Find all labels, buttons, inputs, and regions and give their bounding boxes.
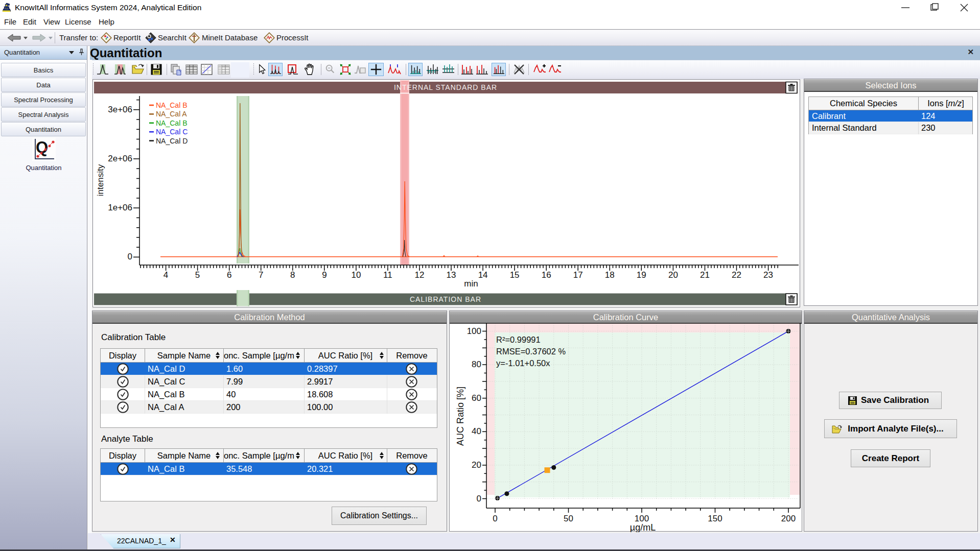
svg-text:CALIBRATION BAR: CALIBRATION BAR [410,295,481,303]
svg-text:14: 14 [478,270,488,280]
svg-text:3e+06: 3e+06 [108,105,132,114]
svg-text:50: 50 [564,514,573,523]
svg-text:13: 13 [447,270,456,280]
svg-text:min: min [464,279,478,289]
svg-text:0: 0 [477,494,481,504]
svg-text:23: 23 [763,270,773,280]
svg-text:INTERNAL STANDARD BAR: INTERNAL STANDARD BAR [394,83,497,91]
svg-text:18: 18 [605,270,615,280]
svg-text:8: 8 [290,270,295,280]
svg-text:150: 150 [708,514,722,523]
svg-text:6: 6 [227,270,231,280]
svg-text:NA_Cal B: NA_Cal B [156,101,187,109]
svg-text:9: 9 [322,270,326,280]
svg-text:100: 100 [467,326,481,336]
svg-text:µg/mL: µg/mL [630,522,656,532]
svg-text:2e+06: 2e+06 [108,154,132,163]
svg-text:200: 200 [781,514,796,523]
svg-text:5: 5 [195,270,200,280]
svg-text:22: 22 [732,270,741,280]
svg-text:0: 0 [493,514,497,523]
svg-text:NA_Cal C: NA_Cal C [156,128,188,136]
svg-text:NA_Cal A: NA_Cal A [156,110,187,118]
svg-text:1e+06: 1e+06 [108,203,132,212]
svg-text:7: 7 [259,270,263,280]
svg-text:0: 0 [128,252,132,261]
svg-text:16: 16 [542,270,551,280]
svg-text:12: 12 [415,270,425,280]
svg-text:19: 19 [637,270,646,280]
svg-text:4: 4 [164,270,168,280]
svg-text:17: 17 [573,270,583,280]
svg-text:R²=0.99991: R²=0.99991 [496,335,541,344]
svg-text:NA_Cal D: NA_Cal D [156,137,188,145]
svg-text:AUC Ratio [%]: AUC Ratio [%] [455,387,465,446]
svg-text:11: 11 [383,270,392,280]
svg-text:80: 80 [472,360,481,369]
svg-text:60: 60 [472,393,481,403]
svg-text:intensity: intensity [96,164,105,196]
svg-text:21: 21 [700,270,710,280]
svg-text:20: 20 [472,460,481,470]
svg-text:15: 15 [510,270,520,280]
svg-text:y=-1.01+0.50x: y=-1.01+0.50x [496,358,550,368]
svg-text:10: 10 [351,270,361,280]
svg-text:NA_Cal B: NA_Cal B [156,119,187,127]
svg-text:RMSE=0.37602 %: RMSE=0.37602 % [496,347,566,356]
svg-text:40: 40 [472,426,481,436]
svg-text:20: 20 [668,270,678,280]
